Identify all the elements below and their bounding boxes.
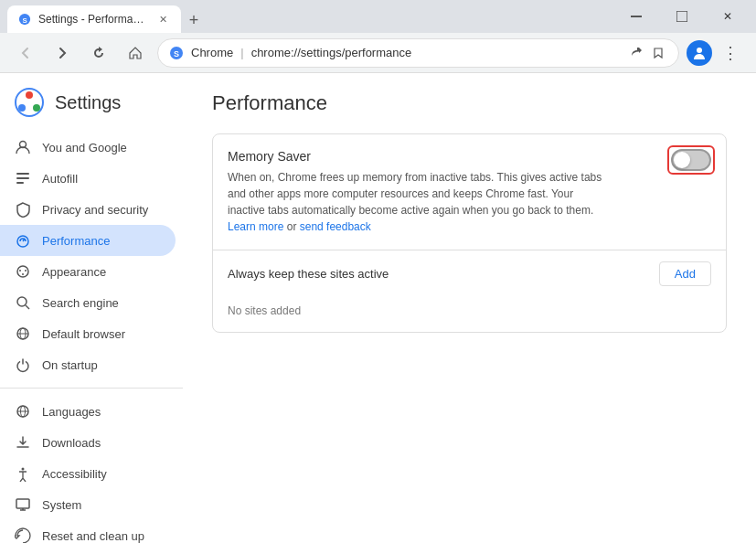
sidebar: Settings You and Google Autofill Priv bbox=[0, 73, 183, 543]
share-icon[interactable] bbox=[627, 44, 645, 62]
sidebar-label-accessibility: Accessibility bbox=[42, 467, 107, 481]
sidebar-item-languages[interactable]: Languages bbox=[0, 396, 176, 427]
profile-avatar bbox=[690, 44, 708, 62]
add-sites-button[interactable]: Add bbox=[659, 261, 711, 286]
sidebar-item-accessibility[interactable]: Accessibility bbox=[0, 458, 176, 489]
autofill-icon bbox=[15, 170, 31, 186]
sidebar-item-system[interactable]: System bbox=[0, 489, 176, 520]
content-area: Settings You and Google Autofill Priv bbox=[0, 73, 756, 543]
sidebar-label-appearance: Appearance bbox=[42, 265, 106, 279]
window-controls: ✕ bbox=[615, 3, 749, 30]
search-icon bbox=[15, 294, 31, 311]
nav-right: ⋮ bbox=[687, 38, 745, 68]
reload-icon bbox=[91, 46, 106, 60]
memory-saver-description: When on, Chrome frees up memory from ina… bbox=[228, 169, 612, 235]
page-title: Performance bbox=[212, 91, 727, 115]
svg-point-11 bbox=[18, 104, 26, 112]
sidebar-label-privacy: Privacy and security bbox=[42, 203, 148, 217]
svg-point-18 bbox=[17, 266, 28, 277]
sidebar-item-autofill[interactable]: Autofill bbox=[0, 163, 176, 194]
memory-saver-toggle[interactable] bbox=[671, 149, 711, 171]
sidebar-item-downloads[interactable]: Downloads bbox=[0, 427, 176, 458]
address-icons bbox=[627, 44, 667, 62]
reset-icon bbox=[15, 527, 31, 543]
title-bar: S Settings - Performance ✕ + ✕ bbox=[0, 0, 756, 33]
svg-point-30 bbox=[22, 468, 25, 471]
tab-close-button[interactable]: ✕ bbox=[155, 12, 170, 27]
person-icon bbox=[15, 139, 31, 155]
sidebar-item-appearance[interactable]: Appearance bbox=[0, 256, 176, 287]
bookmark-icon[interactable] bbox=[649, 44, 667, 62]
address-favicon: S bbox=[169, 46, 184, 60]
svg-text:S: S bbox=[22, 16, 27, 25]
sidebar-label-performance: Performance bbox=[42, 234, 110, 248]
sidebar-item-search[interactable]: Search engine bbox=[0, 287, 176, 318]
svg-point-7 bbox=[697, 48, 702, 53]
forward-icon bbox=[55, 46, 69, 60]
maximize-icon bbox=[676, 11, 687, 22]
globe-icon bbox=[15, 403, 31, 420]
close-button[interactable]: ✕ bbox=[707, 3, 749, 30]
settings-header: Settings bbox=[0, 80, 183, 132]
forward-button[interactable] bbox=[48, 38, 77, 68]
gauge-icon bbox=[15, 232, 31, 249]
learn-more-link[interactable]: Learn more bbox=[228, 220, 283, 233]
tab-favicon: S bbox=[18, 13, 31, 26]
svg-text:S: S bbox=[174, 49, 179, 59]
send-feedback-link[interactable]: send feedback bbox=[300, 220, 371, 233]
sidebar-label-system: System bbox=[42, 498, 81, 512]
svg-point-10 bbox=[33, 104, 40, 112]
sidebar-divider-1 bbox=[0, 388, 183, 389]
desc-text-1: When on, Chrome frees up memory from ina… bbox=[228, 171, 602, 217]
svg-point-22 bbox=[17, 297, 27, 306]
tab-strip: S Settings - Performance ✕ + bbox=[7, 0, 604, 33]
home-icon bbox=[128, 46, 143, 60]
back-button[interactable] bbox=[11, 38, 40, 68]
sidebar-label-reset: Reset and clean up bbox=[42, 529, 144, 543]
toggle-knob bbox=[674, 152, 690, 168]
svg-rect-14 bbox=[16, 177, 29, 179]
svg-rect-13 bbox=[16, 173, 29, 175]
svg-rect-2 bbox=[631, 16, 642, 17]
svg-point-9 bbox=[26, 91, 33, 99]
sidebar-label-you-google: You and Google bbox=[42, 141, 127, 154]
home-button[interactable] bbox=[121, 38, 150, 68]
minimize-icon bbox=[631, 16, 642, 17]
svg-point-21 bbox=[22, 273, 24, 275]
accessibility-icon bbox=[15, 465, 31, 482]
download-icon bbox=[15, 434, 31, 451]
browser-window: S Settings - Performance ✕ + ✕ bbox=[0, 0, 756, 543]
new-tab-button[interactable]: + bbox=[181, 7, 207, 33]
toggle-container[interactable] bbox=[671, 149, 711, 171]
sidebar-item-privacy[interactable]: Privacy and security bbox=[0, 194, 176, 225]
sidebar-item-on-startup[interactable]: On startup bbox=[0, 349, 176, 380]
sidebar-item-you-google[interactable]: You and Google bbox=[0, 132, 176, 163]
reload-button[interactable] bbox=[84, 38, 113, 68]
sidebar-item-reset[interactable]: Reset and clean up bbox=[0, 520, 176, 543]
sidebar-label-languages: Languages bbox=[42, 405, 101, 419]
address-bar[interactable]: S Chrome | chrome://settings/performance bbox=[157, 38, 679, 68]
minimize-button[interactable] bbox=[615, 3, 657, 30]
always-active-section: Always keep these sites active Add bbox=[213, 250, 726, 297]
svg-rect-3 bbox=[676, 11, 687, 22]
tab-title: Settings - Performance bbox=[38, 13, 148, 26]
no-sites-text: No sites added bbox=[213, 297, 726, 332]
always-active-label: Always keep these sites active bbox=[228, 267, 389, 281]
sidebar-item-performance[interactable]: Performance bbox=[0, 225, 176, 256]
palette-icon bbox=[15, 263, 31, 280]
chrome-menu-button[interactable]: ⋮ bbox=[716, 38, 745, 68]
profile-button[interactable] bbox=[687, 40, 712, 66]
address-path: chrome://settings/performance bbox=[251, 46, 620, 59]
active-tab[interactable]: S Settings - Performance ✕ bbox=[7, 5, 181, 33]
main-content: Performance Memory Saver When on, Chrome… bbox=[183, 73, 756, 543]
sidebar-item-default-browser[interactable]: Default browser bbox=[0, 318, 176, 349]
svg-line-23 bbox=[26, 305, 29, 309]
address-separator: | bbox=[240, 46, 243, 59]
system-icon bbox=[15, 496, 31, 513]
nav-bar: S Chrome | chrome://settings/performance bbox=[0, 33, 756, 73]
sidebar-label-on-startup: On startup bbox=[42, 358, 98, 372]
browser-icon bbox=[15, 325, 31, 342]
svg-rect-15 bbox=[16, 182, 24, 184]
maximize-button[interactable] bbox=[661, 3, 703, 30]
sidebar-label-default-browser: Default browser bbox=[42, 327, 125, 341]
